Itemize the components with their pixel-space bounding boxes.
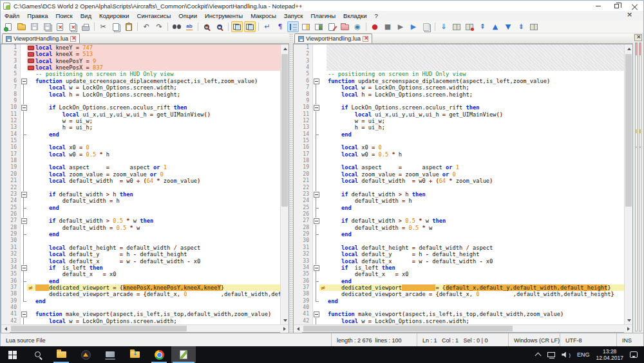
menu-item-Кодировки[interactable]: Кодировки (95, 12, 133, 20)
code-line-2[interactable]: 2 (294, 51, 624, 57)
code-text[interactable]: local w0 = 0.5 * h (34, 151, 280, 158)
code-text[interactable]: default_width = h (34, 198, 280, 204)
line-number[interactable]: 39 (294, 298, 313, 304)
line-number[interactable]: 40 (1, 304, 21, 311)
tray-chevron-icon[interactable] (536, 352, 541, 357)
line-number[interactable]: 21 (1, 178, 21, 184)
line-number[interactable]: 2 (1, 51, 21, 57)
navbar-column-left[interactable] (635, 42, 638, 331)
code-text[interactable]: dedicated_viewport = {default_x,default_… (327, 284, 624, 291)
compare-nav-bar[interactable] (633, 33, 643, 333)
navbar-column-right[interactable] (639, 42, 641, 331)
line-number[interactable]: 2 (294, 51, 313, 57)
line-number[interactable]: 42 (294, 318, 313, 324)
line-number[interactable]: 28 (294, 225, 313, 231)
code-text[interactable]: end (327, 205, 624, 211)
compare-options-button[interactable] (528, 21, 540, 32)
network-icon[interactable] (547, 352, 555, 357)
line-number[interactable]: 18 (1, 158, 21, 164)
code-line-22[interactable]: 22 (1, 185, 280, 191)
code-text[interactable]: end (34, 298, 280, 304)
volume-icon[interactable] (562, 352, 571, 358)
tab-close-icon[interactable] (363, 36, 368, 42)
sync-vertical-scrolling-button[interactable] (231, 21, 243, 32)
code-line-42[interactable]: 42 local w = LockOn_Options.screen.width… (294, 318, 624, 324)
menu-item-Вид[interactable]: Вид (77, 12, 95, 20)
line-number[interactable]: 32 (1, 251, 21, 257)
open-file-button[interactable] (15, 21, 27, 32)
code-text[interactable]: local default_x = w - default_width - x0 (327, 258, 624, 265)
code-line-23[interactable]: 23 if default_width > h then (294, 191, 624, 198)
scroll-up-button[interactable] (281, 44, 289, 53)
line-number[interactable]: 37 (294, 284, 313, 291)
line-number[interactable]: 37 (1, 284, 21, 291)
code-text[interactable]: local kneePosY = 9 (34, 58, 280, 64)
code-text[interactable]: default_width = 0.5 * w (34, 225, 280, 231)
code-text[interactable]: -- positioning on screen in HUD Only vie… (327, 71, 624, 77)
code-line-15[interactable]: 15 (1, 138, 280, 144)
code-text[interactable]: local aspect = aspect or 1 (34, 164, 280, 171)
zoom-in-button[interactable] (201, 21, 213, 32)
code-line-7[interactable]: 7 local w = LockOn_Options.screen.width; (1, 84, 280, 91)
paste-button[interactable] (123, 21, 135, 32)
line-number[interactable]: 12 (1, 118, 21, 124)
line-number[interactable]: 12 (294, 118, 313, 124)
line-number[interactable]: 30 (1, 237, 21, 244)
navbar-close-icon[interactable] (634, 34, 642, 41)
menu-item-Плагины[interactable]: Плагины (307, 12, 340, 20)
code-text[interactable]: end (327, 278, 624, 284)
code-text[interactable] (327, 237, 624, 244)
code-line-18[interactable]: 18 (294, 158, 624, 164)
code-line-41[interactable]: 41function make_viewport(aspect,is_left,… (1, 311, 280, 317)
code-line-11[interactable]: 11 local ui_x,ui_y,ui_w,ui_h = get_UIMai… (294, 111, 624, 118)
code-line-27[interactable]: 27 if default_width > 0.5 * w then (294, 218, 624, 224)
code-text[interactable] (327, 64, 624, 71)
minimize-button[interactable] (589, 1, 607, 11)
line-number[interactable]: 33 (294, 258, 313, 265)
macro-run-multiple-button[interactable]: ▶ (408, 21, 419, 32)
line-number[interactable]: 14 (294, 131, 313, 138)
code-text[interactable]: if LockOn_Options.screen.oculus_rift the… (327, 104, 624, 111)
restore-button[interactable] (607, 1, 625, 11)
code-line-6[interactable]: 6function update_screenspace_diplacement… (294, 78, 624, 84)
line-number[interactable]: 16 (294, 144, 313, 151)
code-line-32[interactable]: 32 local default_y = h - default_height (294, 251, 624, 257)
menu-item-Инструменты[interactable]: Инструменты (201, 12, 247, 20)
line-number[interactable]: 25 (1, 205, 21, 211)
code-text[interactable]: h = ui_h; (34, 124, 280, 131)
code-line-29[interactable]: 29 end (294, 231, 624, 237)
code-text[interactable]: local aspect = aspect or 1 (327, 164, 624, 171)
code-line-8[interactable]: 8 local h = LockOn_Options.screen.height… (1, 91, 280, 98)
line-number[interactable]: 5 (294, 71, 313, 77)
word-wrap-button[interactable]: ↵ (261, 21, 273, 32)
code-line-10[interactable]: 10 if LockOn_Options.screen.oculus_rift … (294, 104, 624, 111)
line-number[interactable]: 16 (1, 144, 21, 151)
line-number[interactable]: 31 (294, 245, 313, 251)
code-text[interactable]: local default_height = default_width / a… (327, 245, 624, 251)
line-number[interactable]: 40 (294, 304, 313, 311)
code-text[interactable] (327, 98, 624, 104)
code-line-40[interactable]: 40 (1, 304, 280, 311)
fold-collapse-icon[interactable] (21, 191, 27, 198)
code-line-26[interactable]: 26 (1, 211, 280, 218)
code-line-14[interactable]: 14 end (1, 131, 280, 138)
code-line-16[interactable]: 16 local x0 = 0 (1, 144, 280, 151)
fold-collapse-icon[interactable] (313, 78, 319, 84)
line-number[interactable]: 5 (1, 71, 21, 77)
copy-button[interactable] (110, 21, 122, 32)
scrollbar-track[interactable] (281, 53, 289, 316)
code-text[interactable]: local kneePosX = 837 (34, 64, 280, 71)
code-line-36[interactable]: 36 end (294, 278, 624, 284)
code-text[interactable] (34, 211, 280, 218)
line-number[interactable]: 19 (294, 164, 313, 171)
code-line-33[interactable]: 33 local default_x = w - default_width -… (1, 258, 280, 265)
sync-horizontal-scrolling-button[interactable] (244, 21, 256, 32)
code-line-21[interactable]: 21 local default_width = w0 + (64 * zoom… (294, 178, 624, 184)
code-text[interactable]: function update_screenspace_diplacement(… (34, 78, 280, 84)
code-text[interactable]: local ui_x,ui_y,ui_w,ui_h = get_UIMainVi… (34, 111, 280, 118)
line-number[interactable]: 20 (294, 171, 313, 178)
menu-item-Синтаксисы[interactable]: Синтаксисы (133, 12, 175, 20)
line-number[interactable]: 23 (294, 191, 313, 198)
line-number[interactable]: 8 (1, 91, 21, 98)
code-text[interactable]: if default_width > h then (327, 191, 624, 198)
